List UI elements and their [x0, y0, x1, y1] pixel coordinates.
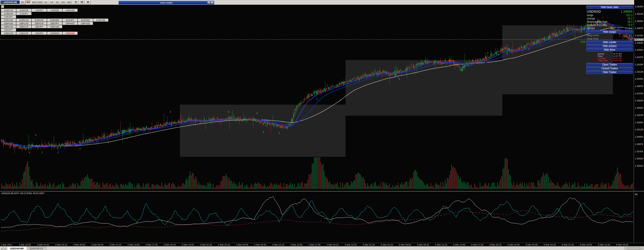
time-axis-label: 4 Mar 01:35 — [200, 243, 212, 246]
hscroll-thumb[interactable] — [628, 247, 640, 250]
hide-timer-button[interactable]: Hide timer — [586, 48, 633, 51]
panel-symbol-price: 1.34684 — [621, 10, 632, 13]
down-arrow-marker: ↓ — [487, 50, 489, 54]
symbol-EURAUD[interactable]: EURAUD — [1, 19, 16, 22]
timeframe-M30[interactable]: M30 — [37, 1, 43, 4]
hscroll-right-button[interactable]: ► — [640, 247, 643, 250]
up-arrow-marker: ↑ — [57, 151, 59, 154]
symbol-row: NZDCADNZDCHFNZDJPYNZDUSD — [1, 25, 108, 28]
symbol-EURGBP[interactable]: EURGBP — [47, 19, 62, 22]
price-axis-label: 1.34504 — [635, 49, 643, 51]
clock-row-new-york: * New York09:47 AM — [598, 59, 622, 62]
hide-candle-button[interactable]: Hide candle — [586, 41, 633, 44]
hide-basic-data-button[interactable]: Hide basic data — [586, 6, 633, 9]
collapse-icon: ▲ — [208, 2, 210, 3]
up-arrow-marker: ↑ — [278, 131, 280, 135]
horizontal-scrollbar: ◄► — [624, 247, 643, 250]
symbol-GBPCAD[interactable]: GBPCAD — [16, 22, 32, 25]
down-arrow-marker: ↓ — [170, 109, 171, 113]
trading-panel: Hide basic dataUSDSGD1.34684range102.3ch… — [586, 6, 633, 74]
time-axis-label: 3 Mar 14:55 — [128, 243, 140, 246]
time-axis-label: 5 Mar 17:35 — [471, 243, 483, 246]
period-D[interactable]: D — [73, 0, 79, 4]
symbol-NZDCHF[interactable]: NZDCHF — [16, 25, 32, 28]
timeframe-W1[interactable]: W1 — [60, 1, 66, 4]
period-W[interactable]: W — [79, 0, 85, 4]
symbol-NZDCAD[interactable]: NZDCAD — [1, 25, 16, 28]
symbol-row: USDCADUSDCHFUSDJPYUSDMXNUSDSGD — [1, 32, 108, 35]
hide-trades-button[interactable]: Hide Trades — [586, 71, 633, 74]
closed-trades-button[interactable]: Closed Trades — [586, 67, 633, 70]
timeframe-H1[interactable]: H1 — [43, 1, 49, 4]
symbol-EURNZD[interactable]: EURNZD — [78, 19, 93, 22]
symbol-row: SGDJPY — [1, 28, 108, 32]
timeframe-M5[interactable]: M5 — [25, 1, 31, 4]
chart-tab-USDSGD-M5[interactable]: USDSGD,M5 — [7, 247, 27, 250]
tab-scroll-right-button[interactable]: ► — [4, 246, 7, 250]
symbol-EURCAD[interactable]: EURCAD — [16, 19, 32, 22]
symbol-USDCHF[interactable]: USDCHF — [16, 32, 32, 35]
price-axis-label: 1.32504 — [635, 165, 643, 167]
open-trades-button[interactable]: Open Trades — [586, 63, 633, 66]
symbol-EURJPY[interactable]: EURJPY — [63, 19, 78, 22]
chart-tab-EURUSD-H1[interactable]: EURUSD,H1 — [27, 247, 46, 250]
timeframe-D1[interactable]: D1 — [54, 1, 60, 4]
time-axis-label: 4 Mar 14:55 — [290, 243, 302, 246]
chart-title-text: USDSGD,M5 — [4, 1, 17, 4]
tab-scroll-left-button[interactable]: ◄ — [0, 246, 4, 250]
symbol-GBPAUD[interactable]: GBPAUD — [1, 22, 16, 25]
panel-swap-long: swap long0.0 — [587, 37, 632, 40]
news-collapse-button[interactable]: ▲ — [207, 1, 210, 4]
symbol-CADJPY[interactable]: CADJPY — [16, 12, 32, 15]
symbol-SGDJPY[interactable]: SGDJPY — [1, 28, 16, 32]
news-reader-titlebar[interactable]: news reader ▲ ✕ — [118, 1, 214, 5]
hide-areas-button[interactable]: Hide area(s) — [586, 44, 633, 48]
symbol-GBPJPY[interactable]: GBPJPY — [47, 22, 62, 25]
down-arrow-marker: ↓ — [256, 111, 258, 114]
symbol-CADCHF[interactable]: CADCHF — [1, 12, 16, 15]
clock-row-london: * London02:47 PM — [598, 57, 622, 59]
symbol-AUDUSD[interactable]: AUDUSD — [63, 9, 78, 12]
symbol-GBPCHF[interactable]: GBPCHF — [32, 22, 47, 25]
symbol-GBPNZD[interactable]: GBPNZD — [63, 22, 78, 25]
timeframe-M15[interactable]: M15 — [31, 1, 37, 4]
time-axis-label: 8 Mar 10:05 — [580, 243, 592, 246]
symbol-USDCAD[interactable]: USDCAD — [1, 32, 16, 35]
price-axis-label: 1.33879 — [635, 85, 643, 87]
price-axis-label: 1.33504 — [635, 107, 643, 109]
timeframe-M1[interactable]: M1 — [20, 1, 25, 4]
symbol-USDJPY[interactable]: USDJPY — [32, 32, 47, 35]
up-arrow-marker: ↑ — [506, 51, 508, 54]
symbol-EURUSD[interactable]: EURUSD — [93, 19, 108, 22]
price-axis-label: 1.32629 — [635, 157, 643, 160]
chart-window-title[interactable]: ▼ USDSGD,M5 — [1, 1, 20, 4]
symbol-NZDJPY[interactable]: NZDJPY — [32, 25, 47, 28]
symbol-AUDNZD[interactable]: AUDNZD — [47, 9, 62, 12]
panel-stat-change: change56.2 — [587, 17, 632, 20]
symbol-CHFJPY[interactable]: CHFJPY — [1, 15, 16, 18]
symbol-row: CADCHFCADJPY — [1, 12, 108, 15]
adx-chart[interactable]: 68 — [0, 192, 644, 243]
time-axis-label: 5 Mar 09:35 — [417, 243, 429, 246]
symbol-USDSGD[interactable]: USDSGD — [63, 32, 78, 35]
symbol-EURCHF[interactable]: EURCHF — [32, 19, 47, 22]
symbol-USDMXN[interactable]: USDMXN — [47, 32, 62, 35]
symbol-AUDCAD[interactable]: AUDCAD — [1, 9, 16, 12]
symbol-AUDJPY[interactable]: AUDJPY — [32, 9, 47, 12]
hscroll-left-button[interactable]: ◄ — [624, 247, 628, 250]
symbol-NZDUSD[interactable]: NZDUSD — [47, 25, 62, 28]
close-icon: ✕ — [211, 2, 213, 3]
period-M[interactable]: M — [85, 0, 91, 4]
symbol-AUDCHF[interactable]: AUDCHF — [16, 9, 32, 12]
clock-row-sydney: Sydney01:47 AM — [598, 53, 622, 55]
timeframe-MN[interactable]: MN — [66, 1, 72, 4]
symbol-GBPUSD[interactable]: GBPUSD — [78, 22, 93, 25]
news-close-button[interactable]: ✕ — [211, 1, 213, 4]
price-axis-label: 1.35254 — [635, 5, 643, 8]
close-symbols-button[interactable]: x — [1, 5, 4, 8]
time-axis-label: 4 Mar 06:55 — [236, 243, 248, 246]
candle-countdown: 2:53 — [580, 41, 586, 43]
timeframe-H4[interactable]: H4 — [49, 1, 54, 4]
hide-swaps-button[interactable]: Hide swaps — [586, 30, 633, 34]
time-axis[interactable]: 2 Mar 20212 Mar 22:503 Mar 01:353 Mar 04… — [0, 243, 644, 246]
